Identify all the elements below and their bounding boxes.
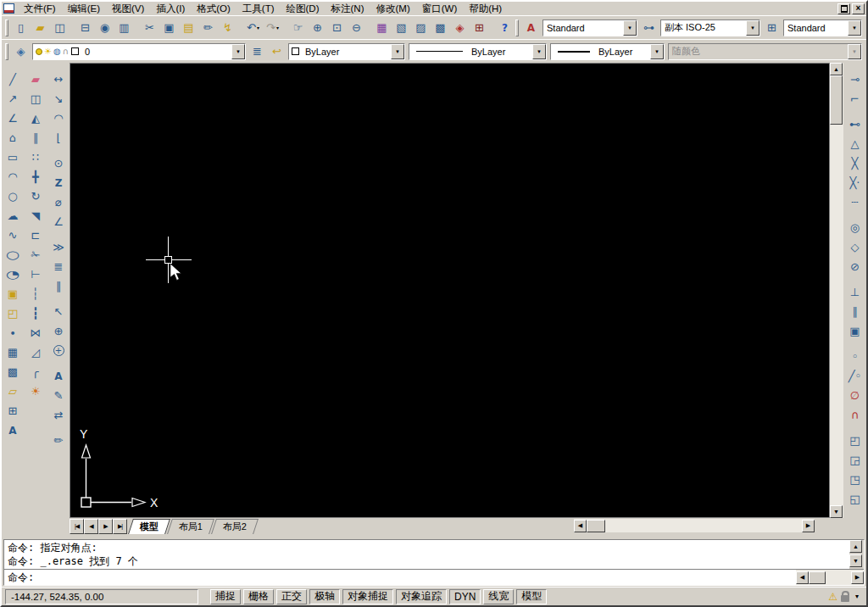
menu-modify[interactable]: 修改(M) <box>370 2 415 16</box>
spline-button[interactable]: ∿ <box>3 226 23 245</box>
region-button[interactable]: ▱ <box>3 381 23 401</box>
toggle-osnap[interactable]: 对象捕捉 <box>342 589 393 604</box>
quick-dimension-button[interactable]: ≫ <box>49 237 69 257</box>
snap-center-button[interactable]: ◎ <box>845 218 865 237</box>
plot-preview-button[interactable]: ◉ <box>95 18 114 37</box>
radius-dimension-button[interactable]: ⊙ <box>49 153 69 173</box>
snap-nearest-button[interactable]: ╱◦ <box>845 366 865 386</box>
previous-tab-button[interactable]: ◀ <box>84 519 98 534</box>
toggle-otrack[interactable]: 对象追踪 <box>396 589 447 604</box>
extend-button[interactable]: ⊢ <box>26 265 46 284</box>
send-under-objects-button[interactable]: ◱ <box>845 489 865 509</box>
tab-layout2[interactable]: 布局2 <box>211 519 259 534</box>
snap-quadrant-button[interactable]: ◇ <box>845 237 865 257</box>
publish-button[interactable]: ▥ <box>114 18 134 37</box>
coordinates-display[interactable]: -144.27, 524.35, 0.00 <box>5 589 198 604</box>
diameter-dimension-button[interactable]: ⌀ <box>49 192 69 212</box>
ellipse-button[interactable]: ○ <box>3 245 23 265</box>
undo-button[interactable]: ↶ <box>243 18 263 37</box>
menu-draw[interactable]: 绘图(D) <box>281 2 326 16</box>
copy-object-button[interactable]: ◫ <box>26 89 46 109</box>
color-control-combo[interactable]: ByLayer <box>288 43 405 60</box>
continue-dimension-button[interactable]: ∥ <box>49 276 69 296</box>
chevron-down-icon[interactable] <box>848 20 861 36</box>
redo-button[interactable]: ↷ <box>263 18 282 37</box>
aligned-dimension-button[interactable]: ↘ <box>49 89 69 109</box>
line-button[interactable]: ╱ <box>3 70 23 89</box>
toggle-dyn[interactable]: DYN <box>449 589 481 604</box>
toolbar-grip[interactable] <box>5 19 8 36</box>
toolbar-lock-icon[interactable] <box>841 595 849 602</box>
menu-window[interactable]: 窗口(W) <box>416 2 464 16</box>
snap-node-button[interactable]: ◦ <box>845 347 865 366</box>
circle-button[interactable]: ○ <box>3 187 23 206</box>
communication-center-warning-icon[interactable]: ⚠ <box>828 592 837 602</box>
mirror-button[interactable]: ◭ <box>26 109 46 128</box>
scroll-down-button[interactable]: ▼ <box>849 554 862 567</box>
toolbar-grip[interactable] <box>515 19 519 36</box>
first-tab-button[interactable]: |◀ <box>70 519 84 534</box>
toggle-lineweight[interactable]: 线宽 <box>483 589 514 604</box>
zoom-realtime-button[interactable]: ⊕ <box>308 18 327 37</box>
zoom-window-button[interactable]: ⊡ <box>327 18 347 37</box>
scale-button[interactable]: ◥ <box>26 206 46 226</box>
toggle-model-space[interactable]: 模型 <box>516 589 547 604</box>
menu-tools[interactable]: 工具(T) <box>236 2 281 16</box>
scroll-up-button[interactable]: ▲ <box>830 63 843 75</box>
help-button[interactable]: ? <box>495 18 515 37</box>
quickcalc-button[interactable]: ⊞ <box>470 18 489 37</box>
erase-button[interactable]: ▰ <box>26 70 46 89</box>
restore-window-button[interactable] <box>837 3 850 14</box>
snap-apparent-intersection-button[interactable]: ╳· <box>845 173 865 192</box>
chevron-down-icon[interactable] <box>650 44 664 59</box>
menu-help[interactable]: 帮助(H) <box>463 2 508 16</box>
close-window-button[interactable]: × <box>852 3 865 14</box>
multiline-text-button[interactable]: A <box>3 420 23 440</box>
chevron-down-icon[interactable] <box>623 20 637 36</box>
construction-line-button[interactable]: ↗ <box>3 89 23 109</box>
chevron-down-icon[interactable] <box>391 44 404 59</box>
lineweight-control-combo[interactable]: ByLayer <box>550 43 665 60</box>
snap-none-button[interactable]: ∅ <box>845 386 865 405</box>
arc-length-dimension-button[interactable]: ◠ <box>49 109 69 128</box>
scroll-right-button[interactable]: ▶ <box>802 520 815 532</box>
angular-dimension-button[interactable]: ∠ <box>49 212 69 231</box>
cut-button[interactable]: ✂ <box>140 18 159 37</box>
dimension-style-button[interactable]: ✏ <box>49 431 69 450</box>
markup-set-manager-button[interactable]: ◈ <box>450 18 470 37</box>
save-button[interactable]: ◫ <box>50 18 70 37</box>
unlock-icon[interactable]: ∩ <box>63 47 69 56</box>
snap-perpendicular-button[interactable]: ⊥ <box>845 282 865 302</box>
zoom-previous-button[interactable]: ⊖ <box>347 18 366 37</box>
snap-intersection-button[interactable]: ╳ <box>845 153 865 173</box>
ellipse-arc-button[interactable]: ◔ <box>3 265 23 284</box>
layer-properties-manager-button[interactable]: ◈ <box>11 42 31 61</box>
menu-insert[interactable]: 插入(I) <box>150 2 191 16</box>
horizontal-scroll-thumb[interactable] <box>809 571 826 584</box>
sheet-set-manager-button[interactable]: ▩ <box>431 18 450 37</box>
chevron-down-icon[interactable] <box>746 20 760 36</box>
rectangle-button[interactable]: ▭ <box>3 148 23 167</box>
stretch-button[interactable]: ⊏ <box>26 226 46 245</box>
point-button[interactable]: ∙ <box>3 323 23 342</box>
open-button[interactable]: ▰ <box>31 18 50 37</box>
ordinate-dimension-button[interactable]: ⌊ <box>49 128 69 148</box>
horizontal-scrollbar[interactable]: ◀ ▶ <box>574 519 815 532</box>
temporary-track-point-button[interactable]: ⊸ <box>845 70 865 89</box>
table-style-combo[interactable]: Standard <box>783 19 862 36</box>
snap-endpoint-button[interactable]: ⊷ <box>845 114 865 134</box>
tolerance-button[interactable]: ⊕ <box>49 321 69 341</box>
dimension-text-edit-button[interactable]: ✎ <box>49 386 69 405</box>
linear-dimension-button[interactable]: ↔ <box>49 70 69 89</box>
command-vertical-scrollbar[interactable]: ▲ ▼ <box>849 540 864 569</box>
properties-button[interactable]: ▦ <box>372 18 392 37</box>
menu-edit[interactable]: 编辑(E) <box>62 2 106 16</box>
copy-button[interactable]: ▣ <box>159 18 179 37</box>
new-file-button[interactable]: ▯ <box>11 18 31 37</box>
offset-button[interactable]: ∥ <box>26 128 46 148</box>
polyline-button[interactable]: ∠ <box>3 109 23 128</box>
layer-previous-button[interactable]: ↩ <box>267 42 287 61</box>
drawing-canvas[interactable]: Y X <box>70 63 830 518</box>
make-block-button[interactable]: ◰ <box>3 304 23 323</box>
snap-parallel-button[interactable]: ∥ <box>845 302 865 321</box>
